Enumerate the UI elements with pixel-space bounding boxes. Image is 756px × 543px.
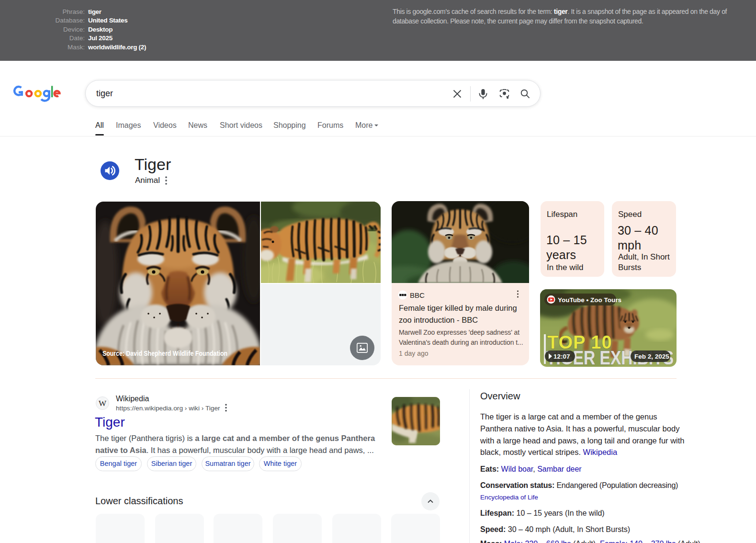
svg-text:YouTube • Zoo Tours: YouTube • Zoo Tours xyxy=(558,296,621,304)
svg-text:Feb 2, 2025: Feb 2, 2025 xyxy=(634,353,669,360)
svg-text:12:07: 12:07 xyxy=(553,353,570,360)
svg-text:Source: David Shepherd Wildlif: Source: David Shepherd Wildlife Foundati… xyxy=(102,349,227,357)
